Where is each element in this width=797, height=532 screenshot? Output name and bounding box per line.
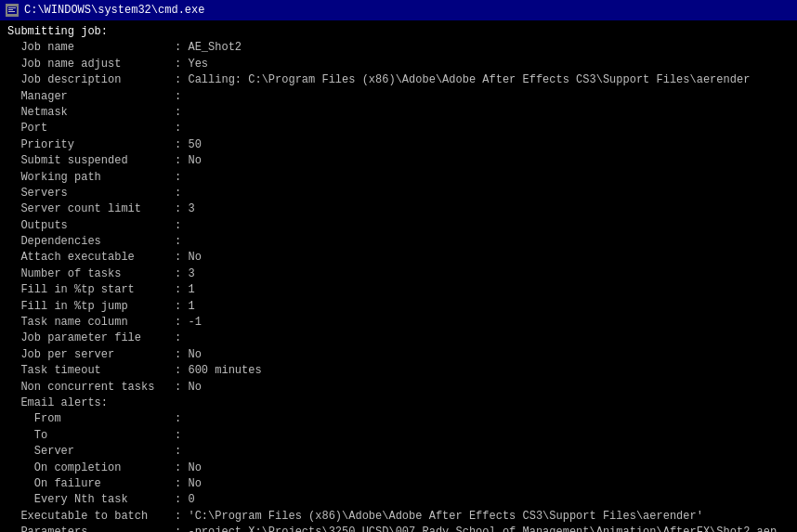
terminal-line: Priority : 50 [7, 137, 790, 153]
terminal-line: Manager : [7, 89, 790, 105]
terminal-line: Parameters : -project X:\Projects\3250 U… [7, 525, 790, 532]
terminal-line: Attach executable : No [7, 250, 790, 266]
terminal-line: To : [7, 428, 790, 444]
terminal-line: On completion : No [7, 461, 790, 476]
terminal-line: Every Nth task : 0 [7, 492, 790, 508]
svg-rect-4 [8, 11, 15, 12]
terminal-line: Executable to batch : 'C:\Program Files … [7, 509, 790, 525]
terminal-line: Port : [7, 121, 790, 136]
terminal-line: Servers : [7, 186, 790, 201]
terminal-line: Job per server : No [7, 347, 790, 363]
terminal-line: Dependencies : [7, 234, 790, 250]
window: C:\WINDOWS\system32\cmd.exe Submitting j… [0, 0, 797, 532]
terminal-line: Number of tasks : 3 [7, 266, 790, 282]
terminal-line: Submitting job: [7, 24, 790, 40]
terminal-line: Netmask : [7, 105, 790, 121]
svg-rect-2 [8, 7, 16, 8]
terminal-body: Submitting job: Job name : AE_Shot2 Job … [0, 20, 797, 532]
terminal-line: Fill in %tp start : 1 [7, 282, 790, 298]
terminal-line: On failure : No [7, 476, 790, 492]
terminal-line: Email alerts: [7, 396, 790, 411]
title-bar-text: C:\WINDOWS\system32\cmd.exe [24, 4, 204, 17]
svg-rect-3 [8, 9, 13, 10]
terminal-line: Working path : [7, 170, 790, 186]
terminal-line: Task name column : -1 [7, 315, 790, 331]
terminal-line: Server : [7, 444, 790, 460]
terminal-line: Fill in %tp jump : 1 [7, 299, 790, 315]
terminal-line: Job parameter file : [7, 331, 790, 346]
terminal-line: Non concurrent tasks : No [7, 380, 790, 396]
cmd-icon [6, 4, 19, 17]
terminal-line: Task timeout : 600 minutes [7, 363, 790, 379]
terminal-line: Submit suspended : No [7, 153, 790, 169]
terminal-line: Outputs : [7, 218, 790, 234]
terminal-line: Job name : AE_Shot2 [7, 40, 790, 56]
terminal-line: Job name adjust : Yes [7, 57, 790, 72]
terminal-line: Job description : Calling: C:\Program Fi… [7, 72, 790, 88]
title-bar: C:\WINDOWS\system32\cmd.exe [0, 0, 797, 20]
terminal-line: Server count limit : 3 [7, 201, 790, 217]
terminal-line: From : [7, 411, 790, 427]
